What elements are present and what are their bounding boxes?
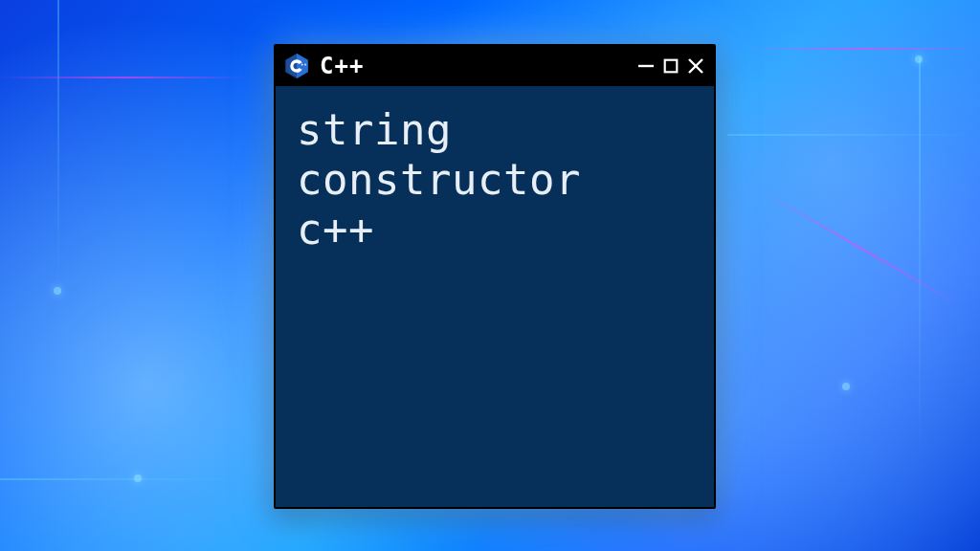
close-button[interactable] <box>685 55 706 77</box>
deco-line <box>919 57 921 459</box>
close-icon <box>686 56 705 76</box>
svg-rect-5 <box>665 60 678 73</box>
deco-line <box>727 134 980 136</box>
window-title: C++ <box>320 53 364 79</box>
deco-line-magenta <box>746 48 980 50</box>
deco-line <box>57 0 59 287</box>
deco-line <box>0 478 249 480</box>
deco-line-magenta <box>762 190 965 309</box>
deco-dot <box>842 383 850 390</box>
minimize-button[interactable] <box>635 55 657 77</box>
svg-text:+: + <box>304 62 307 67</box>
minimize-icon <box>636 56 656 76</box>
cpp-logo-icon: + + <box>283 53 310 79</box>
terminal-window: + + C++ string construc <box>274 44 716 509</box>
maximize-icon <box>662 57 679 75</box>
svg-text:+: + <box>301 62 303 67</box>
scene-background: + + C++ string construc <box>0 0 980 551</box>
deco-dot <box>915 55 923 63</box>
deco-line-magenta <box>0 77 249 78</box>
maximize-button[interactable] <box>660 55 681 77</box>
deco-dot <box>54 287 61 295</box>
titlebar[interactable]: + + C++ <box>276 46 714 86</box>
deco-dot <box>134 474 142 482</box>
window-body-text: string constructor c++ <box>276 86 714 507</box>
